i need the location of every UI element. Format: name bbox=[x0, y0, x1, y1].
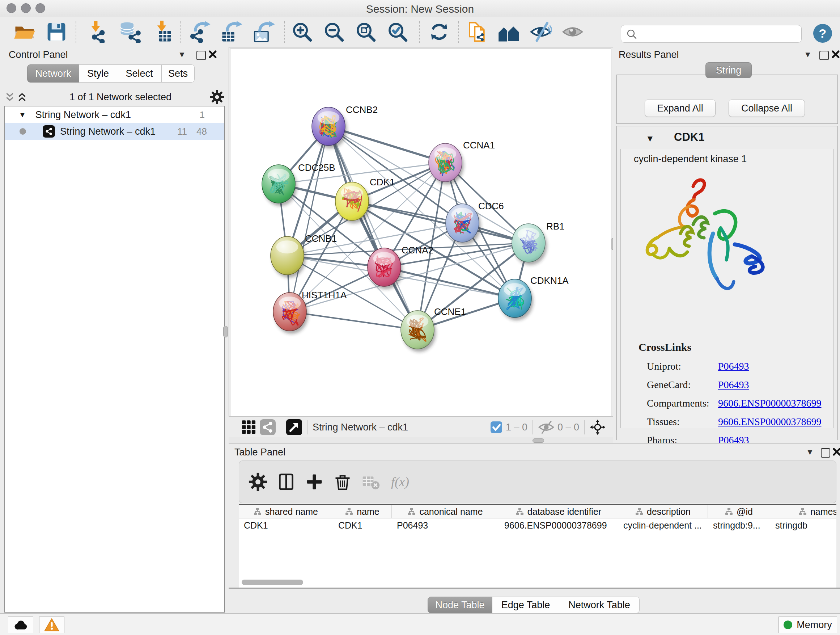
horizontal-splitter[interactable] bbox=[229, 437, 613, 443]
edge-hist1h1a-ccne1[interactable] bbox=[290, 312, 417, 330]
network-collection-row[interactable]: ▼ String Network – cdk1 1 bbox=[5, 106, 224, 123]
expand-all-button[interactable]: Expand All bbox=[645, 100, 715, 117]
crosslink-value-link[interactable]: 9606.ENSP00000378699 bbox=[718, 416, 821, 427]
column-header-name[interactable]: name bbox=[333, 505, 392, 518]
import-database-button[interactable] bbox=[118, 21, 141, 43]
selected-checkbox-icon[interactable] bbox=[491, 421, 502, 433]
node-ccna2[interactable]: CCNA2 bbox=[368, 245, 433, 289]
column-header-canonical-name[interactable]: canonical name bbox=[392, 505, 499, 518]
tab-edge-table[interactable]: Edge Table bbox=[493, 597, 559, 613]
node-cdkn1a[interactable]: CDKN1A bbox=[498, 275, 569, 320]
tab-sets[interactable]: Sets bbox=[162, 65, 195, 82]
node-ccnb1[interactable]: CCNB1 bbox=[271, 233, 337, 278]
node-cdk1[interactable]: CDK1 bbox=[335, 177, 395, 223]
export-image-button[interactable] bbox=[253, 21, 275, 43]
show-all-button[interactable] bbox=[561, 21, 584, 43]
network-row[interactable]: String Network – cdk1 11 48 bbox=[5, 123, 224, 140]
open-button[interactable] bbox=[13, 21, 36, 43]
tab-network-table[interactable]: Network Table bbox=[559, 597, 639, 613]
column-header-description[interactable]: description bbox=[618, 505, 708, 518]
expand-all-networks-icon[interactable] bbox=[4, 92, 17, 103]
grid-view-icon[interactable] bbox=[241, 419, 257, 435]
network-status-dot bbox=[19, 128, 26, 135]
table-row[interactable]: CDK1CDK1P064939606.ENSP00000378699cyclin… bbox=[239, 518, 836, 532]
splitter-grip[interactable] bbox=[532, 439, 544, 443]
search-box[interactable] bbox=[621, 25, 802, 43]
zoom-fit-button[interactable] bbox=[355, 21, 377, 43]
crosslink-value-link[interactable]: P06493 bbox=[718, 379, 749, 390]
tab-network[interactable]: Network bbox=[27, 65, 79, 82]
crosslink-value-link[interactable]: 9606.ENSP00000378699 bbox=[718, 397, 821, 409]
table-cell[interactable]: CDK1 bbox=[239, 518, 333, 532]
collection-collapse-icon[interactable]: ▼ bbox=[19, 111, 26, 119]
results-panel-float-icon[interactable] bbox=[819, 51, 829, 60]
tab-node-table[interactable]: Node Table bbox=[428, 597, 493, 613]
warning-status-button[interactable] bbox=[39, 616, 65, 633]
protein-collapse-icon[interactable]: ▼ bbox=[646, 134, 654, 144]
add-column-icon[interactable] bbox=[305, 472, 324, 491]
refresh-button[interactable] bbox=[428, 21, 450, 43]
memory-button[interactable]: Memory bbox=[778, 616, 837, 633]
memory-status-dot bbox=[783, 621, 792, 629]
table-cell[interactable]: CDK1 bbox=[333, 518, 392, 532]
table-bottom-splitter[interactable] bbox=[229, 587, 840, 589]
collapse-all-networks-icon[interactable] bbox=[17, 92, 31, 103]
tab-string[interactable]: String bbox=[706, 62, 752, 78]
table-settings-gear-icon[interactable] bbox=[248, 472, 267, 491]
search-input[interactable] bbox=[641, 26, 798, 41]
node-ccne1[interactable]: CCNE1 bbox=[401, 306, 466, 352]
pan-crosshair-icon[interactable] bbox=[590, 419, 606, 435]
edge-ccna2-cdkn1a[interactable] bbox=[384, 267, 515, 298]
help-button[interactable]: ? bbox=[813, 24, 832, 43]
table-panel-close-icon[interactable] bbox=[832, 448, 840, 458]
column-header-namespace[interactable]: namespace bbox=[770, 505, 836, 518]
zoom-in-button[interactable] bbox=[291, 21, 313, 43]
export-table-button[interactable] bbox=[221, 21, 243, 43]
table-cell[interactable]: 9606.ENSP00000378699 bbox=[499, 518, 618, 532]
tab-select[interactable]: Select bbox=[117, 65, 162, 82]
results-panel-menu-icon[interactable]: ▼ bbox=[804, 50, 812, 59]
hide-selected-button[interactable] bbox=[530, 21, 552, 43]
crosslink-value-link[interactable]: P06493 bbox=[718, 361, 749, 372]
divider bbox=[584, 420, 584, 434]
delete-column-icon[interactable] bbox=[333, 472, 352, 491]
node-hist1h1a[interactable]: HIST1H1A bbox=[273, 290, 347, 334]
results-panel-close-icon[interactable] bbox=[831, 50, 840, 60]
network-options-gear-icon[interactable] bbox=[210, 90, 224, 104]
import-table-button[interactable] bbox=[150, 21, 172, 43]
hidden-eye-icon[interactable] bbox=[538, 421, 554, 434]
control-panel-menu-icon[interactable]: ▼ bbox=[178, 50, 186, 59]
cloud-status-button[interactable] bbox=[8, 616, 33, 633]
zoom-selected-button[interactable] bbox=[386, 21, 409, 43]
collapse-all-button[interactable]: Collapse All bbox=[729, 100, 805, 117]
table-panel-float-icon[interactable] bbox=[821, 448, 830, 458]
table-hscrollbar[interactable] bbox=[242, 580, 303, 585]
node-cdc6[interactable]: CDC6 bbox=[446, 201, 504, 245]
left-splitter-grip[interactable] bbox=[223, 326, 228, 337]
tab-style[interactable]: Style bbox=[79, 65, 117, 82]
column-header-database-identifier[interactable]: database identifier bbox=[499, 505, 618, 518]
table-cell[interactable]: stringdb bbox=[770, 518, 836, 532]
zoom-out-button[interactable] bbox=[323, 21, 345, 43]
table-cell[interactable]: P06493 bbox=[392, 518, 499, 532]
table-cell[interactable]: stringdb:9... bbox=[708, 518, 770, 532]
control-panel-close-icon[interactable] bbox=[208, 50, 217, 60]
table-cell[interactable]: cyclin-dependent ... bbox=[618, 518, 708, 532]
node-rb1[interactable]: RB1 bbox=[512, 221, 565, 265]
save-button[interactable] bbox=[45, 21, 68, 43]
network-list: ▼ String Network – cdk1 1 String Network… bbox=[4, 106, 225, 613]
home-button[interactable] bbox=[498, 21, 520, 43]
copy-session-button[interactable] bbox=[466, 21, 488, 43]
export-network-button[interactable] bbox=[189, 21, 211, 43]
column-header-shared-name[interactable]: shared name bbox=[239, 505, 333, 518]
import-network-button[interactable] bbox=[87, 21, 109, 43]
network-share-view-icon[interactable] bbox=[260, 419, 276, 435]
control-panel-float-icon[interactable] bbox=[196, 51, 206, 60]
network-graph[interactable]: CCNB2CCNA1CDC25BCDK1CDC6RB1CCNB1CCNA2CDK… bbox=[229, 47, 613, 416]
table-tabs: Node TableEdge TableNetwork Table bbox=[428, 597, 639, 613]
column-header--id[interactable]: @id bbox=[708, 505, 770, 518]
table-panel-menu-icon[interactable]: ▼ bbox=[806, 448, 814, 457]
show-columns-icon[interactable] bbox=[277, 472, 295, 491]
node-table[interactable]: shared namenamecanonical namedatabase id… bbox=[239, 504, 836, 588]
birds-eye-view-icon[interactable] bbox=[286, 419, 302, 435]
